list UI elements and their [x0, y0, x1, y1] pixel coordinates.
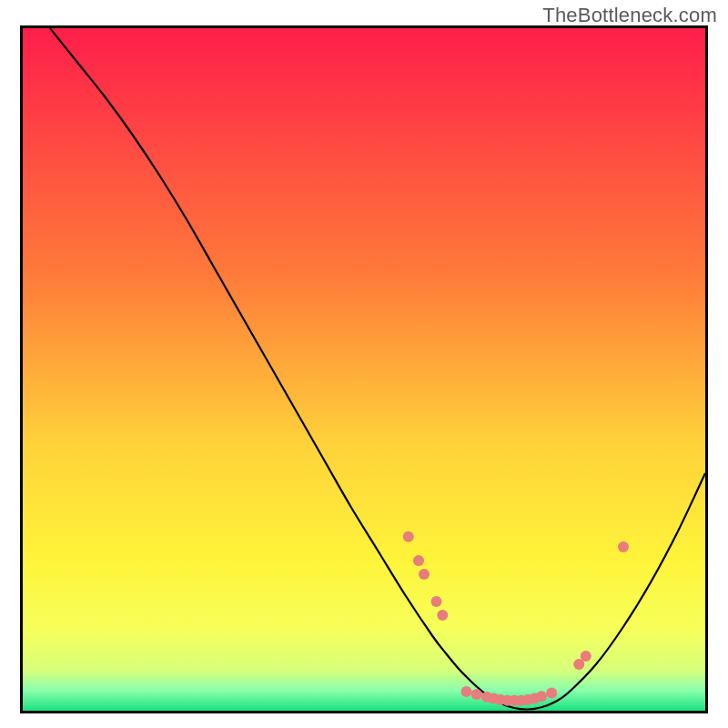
marker-dot [419, 569, 430, 580]
marker-dot [581, 651, 592, 662]
marker-dot [536, 691, 547, 702]
marker-dot [461, 686, 472, 697]
chart-container: TheBottleneck.com [0, 0, 728, 728]
marker-dot [437, 610, 448, 621]
chart-svg [23, 28, 705, 711]
marker-dot [546, 688, 557, 699]
marker-dot [413, 555, 424, 566]
marker-dot [618, 541, 629, 552]
marker-dot [403, 531, 414, 542]
marker-dot [431, 596, 442, 607]
gradient-background [23, 28, 705, 711]
watermark-text: TheBottleneck.com [542, 4, 717, 27]
marker-dot [471, 689, 482, 700]
plot-area [23, 28, 705, 711]
